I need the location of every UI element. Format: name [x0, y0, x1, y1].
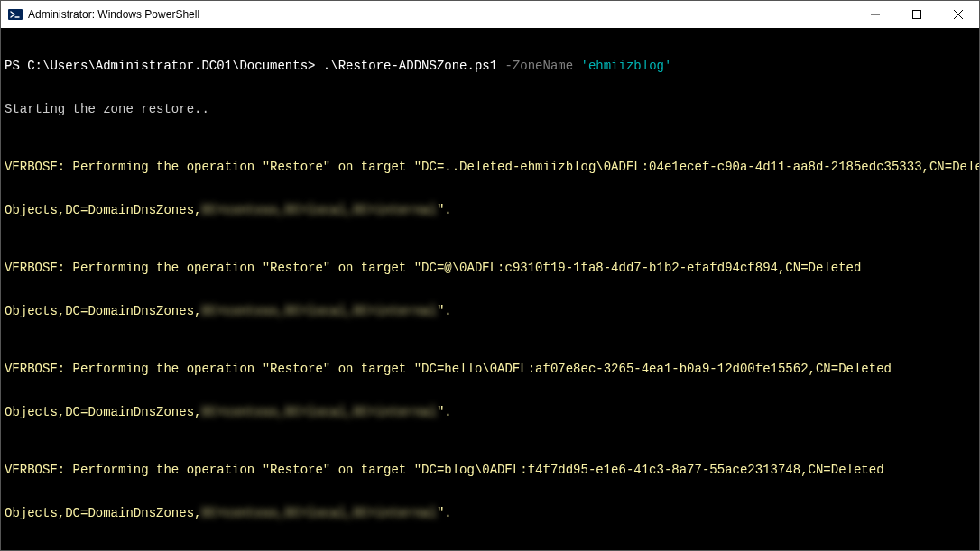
param-arg: 'ehmiizblog': [581, 59, 672, 73]
minimize-button[interactable]: [855, 1, 896, 28]
command-text: .\Restore-ADDNSZone.ps1: [323, 59, 505, 73]
redacted-text: DC=contoso,DC=local,DC=internal: [201, 203, 436, 217]
maximize-button[interactable]: [896, 1, 938, 28]
close-icon: [954, 10, 963, 19]
window-title: Administrator: Windows PowerShell: [28, 8, 199, 21]
svg-rect-0: [8, 9, 23, 20]
verbose-line: VERBOSE: Performing the operation "Resto…: [5, 362, 975, 376]
verbose-line: ".: [437, 203, 452, 217]
close-button[interactable]: [938, 1, 979, 28]
terminal-area[interactable]: PS C:\Users\Administrator.DC01\Documents…: [1, 28, 979, 550]
maximize-icon: [912, 10, 921, 19]
prompt: PS C:\Users\Administrator.DC01\Documents…: [5, 59, 323, 73]
titlebar[interactable]: Administrator: Windows PowerShell: [1, 1, 979, 28]
verbose-line: ".: [437, 405, 452, 419]
redacted-text: DC=contoso,DC=local,DC=internal: [201, 304, 436, 318]
powershell-window: Administrator: Windows PowerShell PS C:\…: [0, 0, 980, 551]
verbose-line: VERBOSE: Performing the operation "Resto…: [5, 463, 975, 477]
output-line: Starting the zone restore..: [5, 102, 975, 116]
verbose-line: VERBOSE: Performing the operation "Resto…: [5, 160, 975, 174]
verbose-line: Objects,DC=DomainDnsZones,: [5, 405, 201, 419]
redacted-text: DC=contoso,DC=local,DC=internal: [201, 405, 436, 419]
minimize-icon: [871, 10, 880, 19]
verbose-line: Objects,DC=DomainDnsZones,: [5, 203, 201, 217]
redacted-text: DC=contoso,DC=local,DC=internal: [201, 506, 436, 520]
verbose-line: VERBOSE: Performing the operation "Resto…: [5, 261, 975, 275]
param-name: -ZoneName: [505, 59, 581, 73]
verbose-line: ".: [437, 506, 452, 520]
verbose-line: Objects,DC=DomainDnsZones,: [5, 304, 201, 318]
svg-rect-3: [913, 11, 921, 19]
verbose-line: ".: [437, 304, 452, 318]
powershell-icon: [8, 7, 23, 22]
verbose-line: Objects,DC=DomainDnsZones,: [5, 506, 201, 520]
